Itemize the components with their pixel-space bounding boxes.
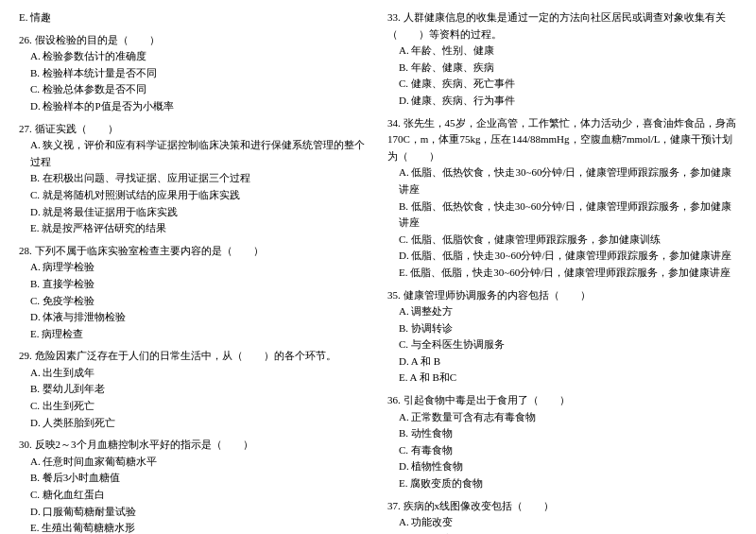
option-q30-1: B. 餐后3小时血糖值	[19, 470, 369, 487]
option-q29-3: D. 人类胚胎到死亡	[19, 415, 369, 432]
right-column: 33. 人群健康信息的收集是通过一定的方法向社区居民或调查对象收集有关（ ）等资…	[387, 9, 737, 534]
option-q27-0: A. 狭义视，评价和应有科学证据控制临床决策和进行保健系统管理的整个过程	[19, 137, 369, 170]
question-title: 34. 张先生，45岁，企业高管，工作繁忙，体力活动少，喜食油炸食品，身高170…	[387, 115, 737, 165]
option-q33-2: C. 健康、疾病、死亡事件	[387, 76, 737, 93]
option-q26-0: A. 检验参数估计的准确度	[19, 48, 369, 65]
question-q29: 29. 危险因素广泛存在于人们的日常生活中，从（ ）的各个环节。A. 出生到成年…	[19, 348, 369, 431]
option-q30-0: A. 任意时间血家葡萄糖水平	[19, 454, 369, 471]
question-q_e: E. 情趣	[19, 9, 369, 26]
question-title: 27. 循证实践（ ）	[19, 121, 369, 138]
option-q34-0: A. 低脂、低热饮食，快走30~60分钟/日，健康管理师跟踪服务，参加健康讲座	[387, 164, 737, 198]
option-q33-0: A. 年龄、性别、健康	[387, 43, 737, 60]
option-q36-3: D. 植物性食物	[387, 458, 737, 475]
question-title: 30. 反映2～3个月血糖控制水平好的指示是（ ）	[19, 437, 369, 454]
question-title: 35. 健康管理师协调服务的内容包括（ ）	[387, 287, 737, 304]
option-q34-3: D. 低脂、低脂，快走30~60分钟/日，健康管理师跟踪服务，参加健康讲座	[387, 248, 737, 265]
option-q28-1: B. 直接学检验	[19, 276, 369, 293]
option-q35-4: E. A 和 B和C	[387, 370, 737, 387]
option-q28-2: C. 免疫学检验	[19, 293, 369, 310]
option-q26-1: B. 检验样本统计量是否不同	[19, 65, 369, 82]
option-q37-0: A. 功能改变	[387, 514, 737, 531]
option-q30-3: D. 口服葡萄糖耐量试验	[19, 504, 369, 521]
option-q35-1: B. 协调转诊	[387, 320, 737, 337]
page: E. 情趣26. 假设检验的目的是（ ）A. 检验参数估计的准确度B. 检验样本…	[19, 9, 737, 534]
question-q35: 35. 健康管理师协调服务的内容包括（ ）A. 调整处方B. 协调转诊C. 与全…	[387, 287, 737, 388]
option-q35-3: D. A 和 B	[387, 353, 737, 370]
option-q28-4: E. 病理检查	[19, 326, 369, 343]
question-title: 28. 下列不属于临床实验室检查主要内容的是（ ）	[19, 243, 369, 260]
option-q26-2: C. 检验总体参数是否不同	[19, 81, 369, 98]
question-q36: 36. 引起食物中毒是出于食用了（ ）A. 正常数量可含有志有毒食物B. 动性食…	[387, 392, 737, 492]
option-q34-4: E. 低脂、低脂，快走30~60分钟/日，健康管理师跟踪服务，参加健康讲座	[387, 265, 737, 282]
question-title: 37. 疾病的x线图像改变包括（ ）	[387, 498, 737, 515]
option-q29-1: B. 婴幼儿到年老	[19, 381, 369, 398]
option-q29-2: C. 出生到死亡	[19, 398, 369, 415]
option-q27-1: B. 在积极出问题、寻找证据、应用证据三个过程	[19, 170, 369, 187]
question-q30: 30. 反映2～3个月血糖控制水平好的指示是（ ）A. 任意时间血家葡萄糖水平B…	[19, 437, 369, 534]
option-q33-3: D. 健康、疾病、行为事件	[387, 93, 737, 110]
option-q35-0: A. 调整处方	[387, 303, 737, 320]
option-q27-2: C. 就是将随机对照测试结的应果用于临床实践	[19, 187, 369, 204]
option-q27-3: D. 就是将最佳证据用于临床实践	[19, 204, 369, 221]
option-q28-3: D. 体液与排泄物检验	[19, 309, 369, 326]
option-q34-2: C. 低脂、低脂饮食，健康管理师跟踪服务，参加健康训练	[387, 232, 737, 249]
option-q35-2: C. 与全科医生协调服务	[387, 336, 737, 353]
option-q29-0: A. 出生到成年	[19, 365, 369, 382]
option-q26-3: D. 检验样本的P值是否为小概率	[19, 98, 369, 115]
question-title: 29. 危险因素广泛存在于人们的日常生活中，从（ ）的各个环节。	[19, 348, 369, 365]
option-q30-2: C. 糖化血红蛋白	[19, 487, 369, 504]
question-q34: 34. 张先生，45岁，企业高管，工作繁忙，体力活动少，喜食油炸食品，身高170…	[387, 115, 737, 282]
question-title: 36. 引起食物中毒是出于食用了（ ）	[387, 392, 737, 409]
option-q27-4: E. 就是按严格评估研究的结果	[19, 220, 369, 237]
question-title: E. 情趣	[19, 9, 369, 26]
option-q36-2: C. 有毒食物	[387, 442, 737, 459]
question-q27: 27. 循证实践（ ）A. 狭义视，评价和应有科学证据控制临床决策和进行保健系统…	[19, 121, 369, 237]
question-q26: 26. 假设检验的目的是（ ）A. 检验参数估计的准确度B. 检验样本统计量是否…	[19, 32, 369, 115]
option-q34-1: B. 低脂、低热饮食，快走30~60分钟/日，健康管理师跟踪服务，参加健康讲座	[387, 198, 737, 232]
question-title: 26. 假设检验的目的是（ ）	[19, 32, 369, 49]
option-q36-1: B. 动性食物	[387, 425, 737, 442]
content-area: E. 情趣26. 假设检验的目的是（ ）A. 检验参数估计的准确度B. 检验样本…	[19, 9, 737, 534]
question-q37: 37. 疾病的x线图像改变包括（ ）A. 功能改变B. 位置改变C. 大小改变D…	[387, 498, 737, 534]
option-q36-0: A. 正常数量可含有志有毒食物	[387, 409, 737, 426]
option-q30-4: E. 生殖出葡萄糖糖水形	[19, 520, 369, 534]
question-q28: 28. 下列不属于临床实验室检查主要内容的是（ ）A. 病理学检验B. 直接学检…	[19, 243, 369, 343]
option-q28-0: A. 病理学检验	[19, 259, 369, 276]
option-q33-1: B. 年龄、健康、疾病	[387, 60, 737, 77]
question-title: 33. 人群健康信息的收集是通过一定的方法向社区居民或调查对象收集有关（ ）等资…	[387, 9, 737, 43]
left-column: E. 情趣26. 假设检验的目的是（ ）A. 检验参数估计的准确度B. 检验样本…	[19, 9, 369, 534]
question-q33: 33. 人群健康信息的收集是通过一定的方法向社区居民或调查对象收集有关（ ）等资…	[387, 9, 737, 110]
option-q36-4: E. 腐败变质的食物	[387, 475, 737, 492]
